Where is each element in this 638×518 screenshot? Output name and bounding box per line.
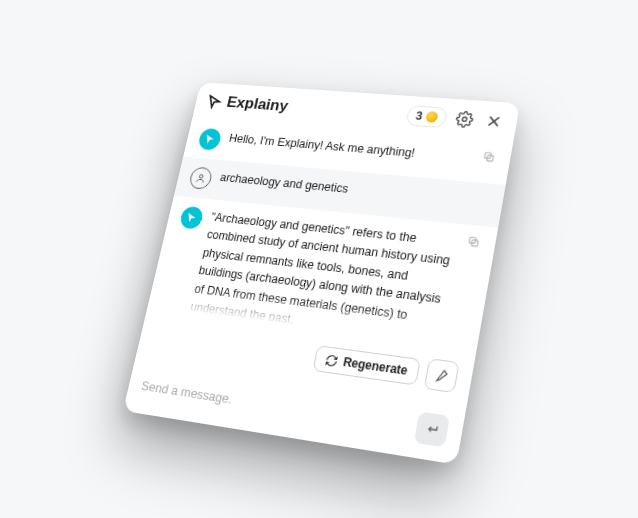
- close-button[interactable]: [481, 110, 506, 132]
- svg-point-0: [462, 117, 467, 121]
- cursor-logo-icon: [205, 93, 224, 110]
- settings-button[interactable]: [452, 108, 477, 130]
- coin-balance[interactable]: 3: [406, 105, 449, 128]
- bot-avatar: [197, 128, 222, 151]
- cursor-icon: [184, 211, 199, 225]
- copy-icon[interactable]: [466, 235, 481, 249]
- send-button[interactable]: [414, 411, 450, 447]
- svg-point-5: [199, 174, 203, 178]
- broom-icon: [433, 367, 451, 385]
- brand-name: Explainy: [225, 94, 290, 116]
- gear-icon: [454, 110, 475, 128]
- enter-icon: [423, 421, 440, 438]
- user-icon: [194, 172, 207, 184]
- close-icon: [485, 113, 503, 129]
- message-text: "Archaeology and genetics" refers to the…: [190, 209, 457, 343]
- chat-panel: Explainy 3: [123, 82, 520, 465]
- user-avatar: [188, 167, 214, 190]
- cursor-icon: [202, 133, 217, 146]
- refresh-icon: [324, 353, 339, 368]
- header-actions: 3: [406, 105, 507, 132]
- coin-count: 3: [415, 109, 424, 122]
- brand: Explainy: [205, 92, 290, 115]
- svg-line-2: [489, 117, 500, 126]
- copy-icon[interactable]: [481, 150, 496, 163]
- regenerate-button[interactable]: Regenerate: [312, 345, 421, 386]
- coin-icon: [425, 111, 439, 123]
- regenerate-label: Regenerate: [342, 355, 409, 378]
- clean-button[interactable]: [424, 358, 460, 393]
- chat-log: Hello, I'm Explainy! Ask me anything! ar…: [136, 118, 514, 405]
- bot-avatar: [179, 206, 205, 230]
